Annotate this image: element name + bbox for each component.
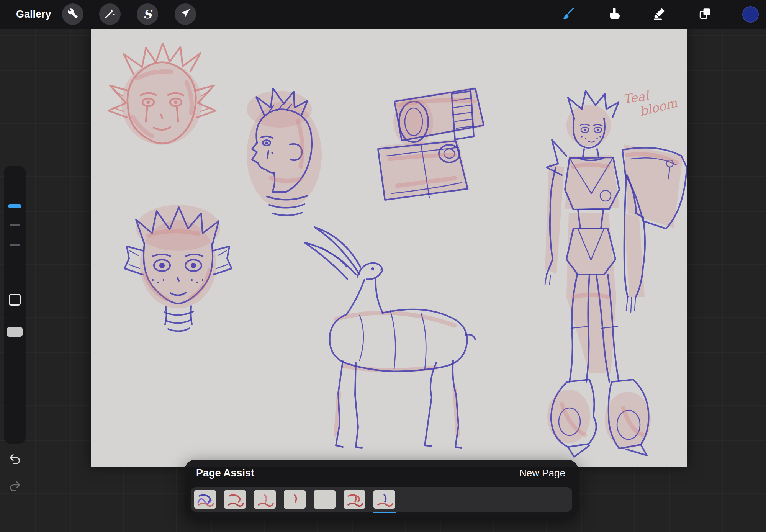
- smudge-tool-button[interactable]: [603, 3, 625, 25]
- transform-button[interactable]: [175, 3, 196, 25]
- s-ribbon-icon: S: [143, 8, 152, 20]
- canvas-artwork: [91, 29, 687, 467]
- sketch-red-face: [108, 43, 216, 145]
- slider-tick: [10, 224, 20, 226]
- page-thumbnail[interactable]: [284, 490, 306, 509]
- opacity-slider-handle[interactable]: [7, 327, 23, 337]
- top-toolbar: Gallery S: [0, 0, 766, 29]
- page-thumbnail[interactable]: [373, 490, 395, 509]
- gallery-button[interactable]: Gallery: [16, 0, 51, 29]
- page-thumbnail[interactable]: [344, 490, 365, 509]
- sketch-front-face: [124, 205, 232, 331]
- brush-size-slider-handle[interactable]: [8, 204, 21, 208]
- page-thumbnail[interactable]: [194, 490, 216, 509]
- slider-tick: [10, 244, 20, 246]
- sketch-mech-part: [378, 87, 484, 200]
- paint-tool-button[interactable]: [558, 3, 579, 25]
- page-thumbnail[interactable]: [254, 490, 276, 509]
- arrow-cursor-icon: [180, 8, 191, 20]
- page-assist-title: Page Assist: [196, 467, 254, 479]
- modify-button[interactable]: [9, 294, 21, 306]
- adjustments-button[interactable]: [99, 3, 121, 25]
- magic-wand-icon: [105, 8, 115, 20]
- sketch-deer: [304, 227, 475, 448]
- drawing-canvas[interactable]: Teal bloom: [91, 29, 687, 467]
- layers-button[interactable]: [694, 3, 716, 25]
- actions-button[interactable]: [62, 3, 83, 25]
- page-assist-header: Page Assist New Page: [185, 460, 578, 486]
- sketch-robot-figure: [545, 91, 687, 457]
- undo-button[interactable]: [6, 450, 24, 468]
- brush-sidebar[interactable]: [4, 166, 26, 444]
- color-swatch[interactable]: [742, 6, 759, 23]
- wrench-icon: [67, 8, 78, 20]
- page-assist-panel: Page Assist New Page: [185, 460, 578, 518]
- page-thumbnails: [191, 487, 572, 512]
- selected-page-indicator: [373, 512, 396, 513]
- procreate-screen: Gallery S: [0, 0, 766, 532]
- page-thumbnail[interactable]: [314, 490, 336, 509]
- selection-button[interactable]: S: [137, 3, 158, 25]
- sketch-profile-head: [247, 88, 322, 216]
- new-page-button[interactable]: New Page: [519, 467, 565, 479]
- eraser-icon: [653, 7, 666, 22]
- redo-button[interactable]: [6, 478, 24, 495]
- brush-icon: [561, 6, 576, 22]
- page-thumbnail[interactable]: [224, 490, 246, 509]
- erase-tool-button[interactable]: [649, 3, 670, 25]
- gallery-label: Gallery: [16, 8, 51, 20]
- undo-arrow-icon: [8, 452, 21, 467]
- layers-icon: [698, 7, 712, 22]
- redo-arrow-icon: [8, 479, 21, 494]
- smudge-finger-icon: [607, 7, 621, 22]
